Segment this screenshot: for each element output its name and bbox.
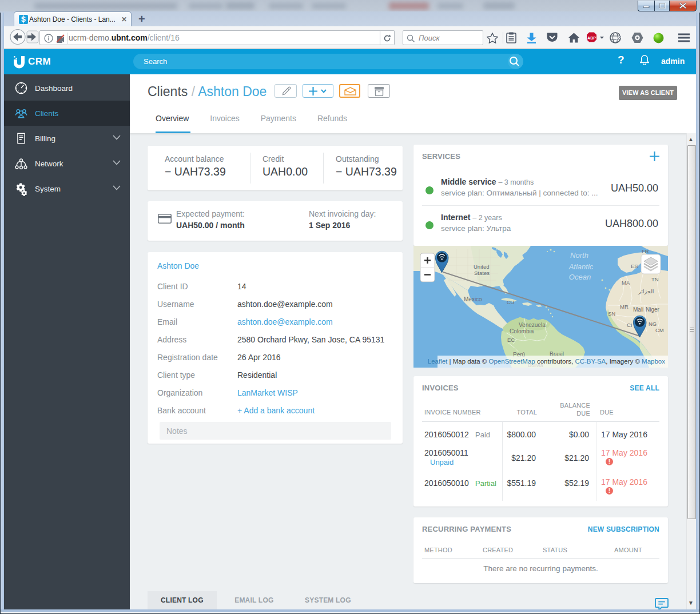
- svg-text:EC: EC: [507, 337, 515, 343]
- svg-text:TN: TN: [651, 276, 659, 282]
- svg-text:CM: CM: [655, 327, 664, 333]
- svg-text:Mali: Mali: [633, 306, 643, 313]
- svg-text:Venezuela: Venezuela: [519, 322, 546, 328]
- svg-text:NG: NG: [649, 321, 657, 327]
- svg-text:Niger: Niger: [646, 306, 660, 313]
- svg-text:Atlantic: Atlantic: [568, 262, 594, 271]
- svg-text:Colombia: Colombia: [510, 328, 534, 334]
- svg-text:CU: CU: [507, 300, 514, 305]
- svg-text:CI: CI: [627, 322, 633, 328]
- svg-text:México: México: [464, 296, 482, 302]
- svg-text:FR: FR: [642, 248, 649, 254]
- svg-text:MA: MA: [622, 280, 630, 286]
- svg-text:MR: MR: [620, 304, 629, 310]
- svg-text:ABP: ABP: [587, 36, 596, 40]
- svg-text:Ocean: Ocean: [569, 273, 591, 281]
- svg-text:Leaflet | Map data © OpenStree: Leaflet | Map data © OpenStreetMap contr…: [428, 358, 665, 365]
- svg-text:States: States: [474, 270, 490, 276]
- svg-text:SN: SN: [608, 310, 615, 317]
- svg-text:الجزائر: الجزائر: [638, 288, 654, 294]
- svg-text:North: North: [570, 251, 588, 260]
- svg-text:United: United: [474, 264, 489, 270]
- svg-text:ES: ES: [631, 263, 638, 269]
